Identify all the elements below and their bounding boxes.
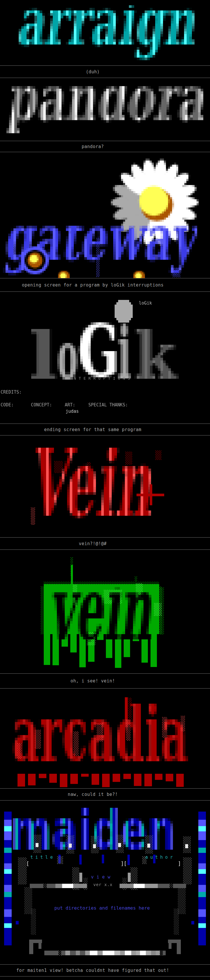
title-bracket-open: [: [26, 861, 29, 867]
section-arcadia: [0, 689, 210, 788]
view-label: view: [91, 874, 113, 880]
caption-band-arcadia: naw, could it be?!: [0, 788, 210, 800]
ansi-art-collection: (duh) pandora? opening screen for a prog…: [0, 0, 210, 980]
gateway-logo-art: [0, 152, 210, 278]
caption-band-vein-green: oh, i see! vein!: [0, 673, 210, 689]
section-logik: loGik INTERRUPTIONS CREDITS: CODE: CONCE…: [0, 292, 210, 423]
caption-text: (duh): [86, 69, 100, 75]
caption-text: pandora?: [82, 144, 104, 149]
section-vein-green: [0, 550, 210, 673]
caption-band-pandora: pandora?: [0, 141, 210, 152]
bottom-margin: [0, 977, 210, 980]
caption-text: opening screen for a program by loGik in…: [22, 282, 164, 288]
caption-text: ending screen for that same program: [44, 427, 141, 432]
caption-band-logik: ending screen for that same program: [0, 423, 210, 436]
caption-band-vein-red: vein?!@!@#: [0, 537, 210, 550]
caption-text: naw, could it be?!: [68, 792, 118, 797]
art-label: ART:: [65, 402, 75, 407]
concept-label: CONCEPT:: [31, 402, 52, 407]
caption-text: oh, i see! vein!: [71, 678, 115, 684]
logik-small-wordmark: loGik: [139, 301, 152, 306]
special-thanks-label: SPECIAL THANKS:: [88, 402, 128, 407]
arraign-logo-art: [0, 0, 210, 65]
artist-credit: judas: [66, 409, 79, 414]
caption-text: vein?!@!@#: [79, 541, 106, 546]
version-label: ver x.x: [93, 882, 112, 887]
caption-text: for maiten1 view! betcha couldnt have fi…: [16, 968, 169, 973]
code-label: CODE:: [1, 402, 14, 407]
vein-green-logo-art: [0, 550, 210, 673]
title-label: title: [30, 854, 55, 860]
directories-hint: put directories and filenames here: [0, 905, 204, 911]
logik-subtitle: INTERRUPTIONS: [69, 376, 133, 380]
section-arraign: [0, 0, 210, 65]
section-vein-red: [0, 436, 210, 537]
vein-red-logo-art: [0, 436, 210, 537]
caption-band-arraign: (duh): [0, 65, 210, 78]
caption-band-gateway: opening screen for a program by loGik in…: [0, 278, 210, 292]
caption-band-maiden: for maiten1 view! betcha couldnt have fi…: [0, 964, 210, 977]
pandora-logo-art: [0, 78, 210, 141]
section-maiden-viewer: title author [ ][ ] view ver x.x put dir…: [0, 800, 210, 964]
author-bracket-close: ]: [178, 861, 181, 867]
credits-label: CREDITS:: [1, 390, 22, 395]
author-label: author: [145, 854, 175, 860]
section-gateway: [0, 152, 210, 278]
section-pandora: [0, 78, 210, 141]
title-author-bracket-mid: ][: [121, 861, 127, 867]
arcadia-logo-art: [0, 689, 210, 788]
